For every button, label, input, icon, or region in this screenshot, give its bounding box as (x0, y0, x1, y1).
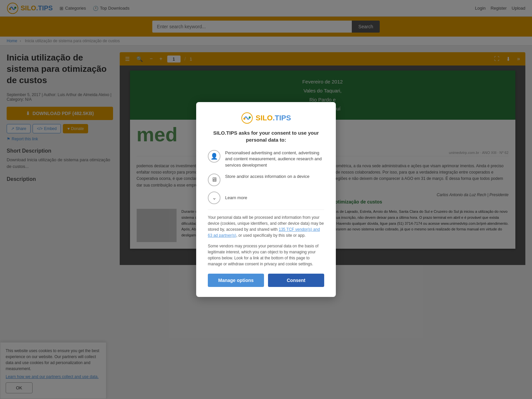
learn-more-text: Learn more (225, 195, 247, 200)
modal-logo: SILO.TIPS (208, 112, 324, 124)
svg-point-4 (243, 118, 245, 120)
consent-modal: SILO.TIPS SILO.TIPS asks for your consen… (196, 102, 336, 278)
modal-buttons: Manage options Consent (208, 274, 324, 278)
consent-item-2: 🖥 Store and/or access information on a d… (208, 174, 324, 186)
modal-body-text: Your personal data will be processed and… (208, 209, 324, 238)
modal-logo-icon (241, 112, 253, 124)
person-icon: 👤 (208, 150, 220, 163)
svg-point-5 (249, 116, 251, 118)
consent-button[interactable]: Consent (268, 274, 324, 278)
learn-more-button[interactable]: ⌄ (208, 192, 220, 204)
modal-logo-text: SILO.TIPS (208, 112, 324, 124)
modal-overlay: SILO.TIPS SILO.TIPS asks for your consen… (0, 0, 532, 278)
consent-item-1: 👤 Personalised advertising and content, … (208, 150, 324, 168)
modal-body-text2: Some vendors may process your personal d… (208, 243, 324, 267)
consent-item-2-text: Store and/or access information on a dev… (225, 174, 310, 180)
device-icon: 🖥 (208, 174, 220, 186)
modal-title: SILO.TIPS asks for your consent to use y… (208, 129, 324, 143)
manage-options-button[interactable]: Manage options (208, 274, 264, 278)
learn-more-item: ⌄ Learn more (208, 192, 324, 204)
consent-item-1-text: Personalised advertising and content, ad… (225, 150, 324, 168)
